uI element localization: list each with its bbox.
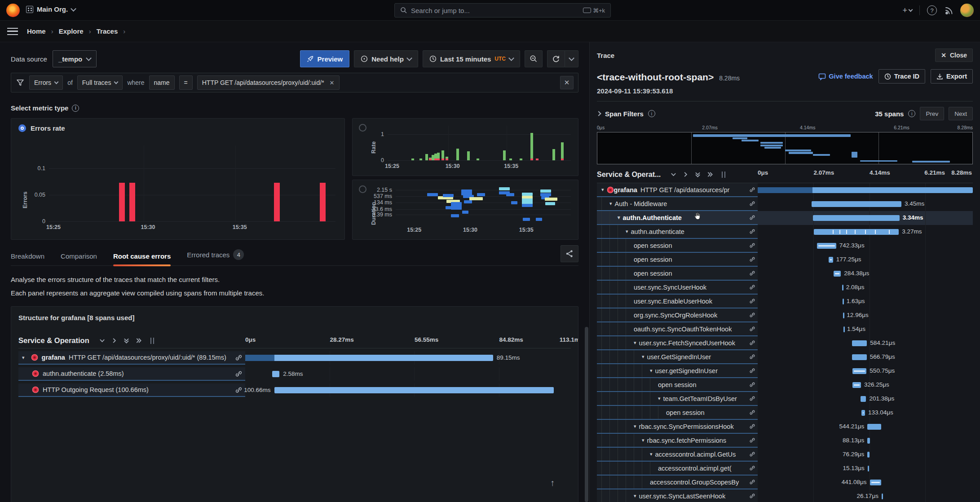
span-bar[interactable] [272, 371, 279, 377]
link-icon[interactable] [748, 436, 755, 444]
column-resizer[interactable] [150, 338, 154, 344]
span-bar[interactable] [813, 215, 900, 221]
filter-value[interactable]: HTTP GET /api/datasources/proxy/uid/:uid… [197, 75, 340, 90]
menu-icon[interactable] [7, 28, 18, 35]
info-icon[interactable]: i [72, 105, 79, 112]
span-row[interactable]: ▾authn.Authenticate 3.34ms [597, 211, 973, 225]
span-bar[interactable] [861, 410, 865, 416]
scroll-top-icon[interactable]: ↑ [550, 478, 555, 488]
search-input[interactable]: Search or jump to... ⌘+k [394, 3, 611, 18]
info-icon[interactable]: i [908, 110, 915, 117]
breadcrumb-item[interactable]: Explore [59, 27, 84, 35]
refresh-button[interactable] [547, 50, 565, 67]
refresh-interval-button[interactable] [565, 50, 578, 67]
link-icon[interactable] [748, 325, 755, 333]
span-row[interactable]: ▾rbac.sync.SyncPermissionsHook 544.21μs [597, 420, 973, 434]
link-icon[interactable] [748, 464, 755, 472]
tab-comparison[interactable]: Comparison [61, 252, 97, 265]
span-bar[interactable] [834, 271, 841, 277]
link-icon[interactable] [748, 409, 755, 416]
span-row[interactable]: user.sync.EnableUserHook 1.63μs [597, 295, 973, 308]
span-bar[interactable] [867, 452, 869, 458]
span-row[interactable]: ▾user.sync.FetchSyncedUserHook 584.21μs [597, 336, 973, 350]
expand-one-icon[interactable] [683, 172, 689, 177]
link-icon[interactable] [235, 386, 243, 394]
span-row[interactable]: open session 284.38μs [597, 267, 973, 281]
span-row[interactable]: open session 133.04μs [597, 406, 973, 420]
chevron-down-icon[interactable]: ▾ [642, 354, 645, 360]
span-row[interactable]: ▾grafanaHTTP GET /api/datasources/pr [597, 183, 973, 197]
link-icon[interactable] [748, 367, 755, 374]
add-button[interactable]: + [902, 6, 912, 15]
span-row[interactable]: ▾user.getSignedInUser 550.75μs [597, 364, 973, 378]
datasource-picker[interactable]: _tempo [53, 50, 97, 67]
span-bar[interactable] [817, 243, 836, 249]
expand-one-icon[interactable] [111, 338, 117, 343]
link-icon[interactable] [748, 242, 755, 249]
avatar[interactable] [960, 4, 974, 17]
link-icon[interactable] [748, 395, 755, 402]
link-icon[interactable] [748, 283, 755, 291]
clear-filters-button[interactable]: ✕ [560, 76, 574, 89]
org-switcher[interactable]: Main Org. [26, 5, 75, 13]
tab-errored-traces[interactable]: Errored traces4 [187, 249, 244, 265]
link-icon[interactable] [748, 450, 755, 458]
span-bar[interactable] [870, 480, 881, 485]
chevron-down-icon[interactable]: ▾ [634, 340, 636, 346]
span-row[interactable]: ▾team.GetTeamIDsByUser 201.38μs [597, 392, 973, 406]
span-bar[interactable] [868, 466, 869, 471]
chevron-right-icon[interactable] [596, 111, 601, 116]
span-bar[interactable] [852, 382, 861, 388]
zoom-out-button[interactable] [525, 50, 543, 67]
breadcrumb-item[interactable]: Traces [97, 27, 118, 35]
link-icon[interactable] [748, 353, 755, 361]
link-icon[interactable] [748, 339, 755, 347]
export-button[interactable]: Export [931, 69, 973, 84]
chevron-down-icon[interactable]: ▾ [650, 368, 653, 374]
collapse-all-icon[interactable] [695, 172, 701, 177]
span-row[interactable]: open session 177.25μs [597, 253, 973, 267]
tab-root-cause-errors[interactable]: Root cause errors [113, 252, 171, 265]
news-icon[interactable] [944, 6, 953, 15]
filter-key[interactable]: name [149, 75, 175, 90]
span-bar[interactable] [758, 187, 973, 193]
span-bar[interactable] [861, 396, 866, 402]
link-icon[interactable] [748, 297, 755, 305]
errors-rate-radio[interactable] [18, 124, 26, 132]
span-bar[interactable] [274, 387, 554, 393]
span-row[interactable]: ▾accesscontrol.acimpl.GetUs 76.29μs [597, 448, 973, 462]
chevron-down-icon[interactable]: ▾ [634, 493, 636, 499]
span-bar[interactable] [842, 285, 843, 291]
grafana-logo-icon[interactable] [6, 4, 20, 17]
collapse-one-icon[interactable] [671, 172, 676, 177]
prev-button[interactable]: Prev [920, 107, 944, 120]
chevron-down-icon[interactable]: ▾ [650, 451, 653, 457]
span-row[interactable]: accesscontrol.GroupScopesBy 441.08μs [597, 476, 973, 489]
give-feedback-link[interactable]: Give feedback [818, 73, 873, 80]
share-button[interactable] [561, 245, 578, 262]
link-icon[interactable] [748, 311, 755, 319]
metric-filter-dropdown[interactable]: Errors [29, 75, 63, 90]
span-bar[interactable] [867, 438, 870, 444]
span-row[interactable]: ▾Auth - Middleware 3.45ms [597, 197, 973, 211]
span-row[interactable]: open session 742.33μs [597, 239, 973, 253]
breadcrumb-item[interactable]: Home [27, 27, 46, 35]
span-row[interactable]: open session 326.25μs [597, 378, 973, 392]
rate-radio[interactable] [359, 124, 366, 132]
span-bar[interactable] [852, 354, 867, 360]
need-help-button[interactable]: Need help [354, 50, 418, 67]
span-bar[interactable] [843, 326, 845, 332]
expand-all-icon[interactable] [136, 338, 141, 343]
link-icon[interactable] [748, 200, 755, 207]
link-icon[interactable] [235, 370, 243, 378]
link-icon[interactable] [748, 381, 755, 388]
span-filters-label[interactable]: Span Filters [605, 110, 644, 118]
chevron-down-icon[interactable]: ▾ [634, 423, 636, 429]
link-icon[interactable] [748, 214, 755, 221]
trace-id-button[interactable]: Trace ID [878, 69, 925, 84]
column-resizer[interactable] [722, 172, 725, 178]
structure-row[interactable]: ▾grafanaHTTP GET /api/datasources/proxy/… [18, 351, 571, 365]
span-bar[interactable] [843, 299, 844, 304]
link-icon[interactable] [748, 228, 755, 235]
tab-breakdown[interactable]: Breakdown [11, 252, 44, 265]
